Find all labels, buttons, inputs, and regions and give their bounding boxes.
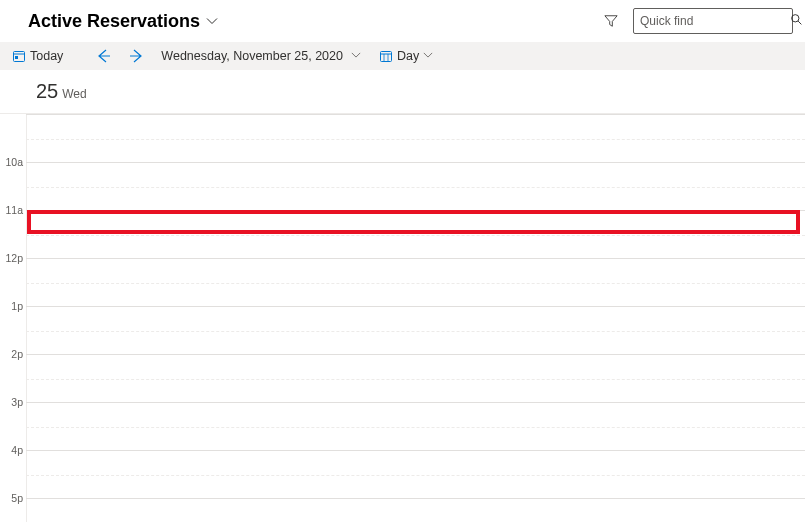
- chevron-down-icon: [423, 49, 433, 63]
- hour-row[interactable]: 5p: [0, 498, 805, 522]
- hour-row[interactable]: [0, 114, 805, 162]
- search-box[interactable]: [633, 8, 793, 34]
- hour-label: 4p: [0, 444, 26, 492]
- hour-cell[interactable]: [26, 114, 805, 162]
- page-title: Active Reservations: [28, 11, 200, 32]
- today-button[interactable]: Today: [8, 47, 67, 65]
- hour-cell[interactable]: [26, 306, 805, 354]
- hour-row[interactable]: 2p: [0, 354, 805, 402]
- view-selector-chevron-icon[interactable]: [206, 15, 218, 27]
- hour-label: [0, 114, 26, 156]
- hour-row[interactable]: 4p: [0, 450, 805, 498]
- day-number: 25: [36, 80, 58, 103]
- hour-label: 1p: [0, 300, 26, 348]
- page-header: Active Reservations: [0, 0, 805, 42]
- chevron-down-icon: [351, 49, 361, 63]
- hour-row[interactable]: 10a: [0, 162, 805, 210]
- hour-label: 3p: [0, 396, 26, 444]
- hour-label: 5p: [0, 492, 26, 522]
- hour-cell[interactable]: [26, 354, 805, 402]
- current-date-label: Wednesday, November 25, 2020: [161, 49, 343, 63]
- hour-label: 2p: [0, 348, 26, 396]
- hour-label: 11a: [0, 204, 26, 252]
- svg-point-0: [792, 15, 799, 22]
- prev-date-button[interactable]: [93, 48, 115, 64]
- hour-cell[interactable]: [26, 210, 805, 258]
- hour-row[interactable]: 12p: [0, 258, 805, 306]
- hour-cell[interactable]: [26, 450, 805, 498]
- next-date-button[interactable]: [125, 48, 147, 64]
- hour-cell[interactable]: [26, 162, 805, 210]
- hour-row[interactable]: 11a: [0, 210, 805, 258]
- hour-cell[interactable]: [26, 498, 805, 522]
- hour-label: 12p: [0, 252, 26, 300]
- search-input[interactable]: [640, 14, 790, 28]
- hour-row[interactable]: 1p: [0, 306, 805, 354]
- calendar-grid[interactable]: 10a11a12p1p2p3p4p5p: [0, 114, 805, 522]
- today-label: Today: [30, 49, 63, 63]
- svg-rect-5: [380, 52, 391, 62]
- search-icon[interactable]: [790, 13, 803, 29]
- calendar-toolbar: Today Wednesday, November 25, 2020 Day: [0, 42, 805, 70]
- svg-rect-4: [15, 56, 18, 59]
- filter-icon[interactable]: [603, 13, 619, 29]
- calendar-icon: [12, 49, 26, 63]
- day-header[interactable]: 25 Wed: [0, 70, 805, 114]
- hour-row[interactable]: 3p: [0, 402, 805, 450]
- calendar-grid-icon: [379, 49, 393, 63]
- hour-label: 10a: [0, 156, 26, 204]
- view-label: Day: [397, 49, 419, 63]
- svg-line-1: [798, 21, 801, 24]
- header-left: Active Reservations: [28, 11, 218, 32]
- hour-cell[interactable]: [26, 402, 805, 450]
- view-switcher[interactable]: Day: [375, 47, 437, 65]
- header-right: [603, 8, 793, 34]
- day-abbr: Wed: [62, 87, 86, 101]
- calendar-container: 25 Wed 10a11a12p1p2p3p4p5p: [0, 70, 805, 522]
- hour-cell[interactable]: [26, 258, 805, 306]
- date-picker[interactable]: Wednesday, November 25, 2020: [157, 47, 365, 65]
